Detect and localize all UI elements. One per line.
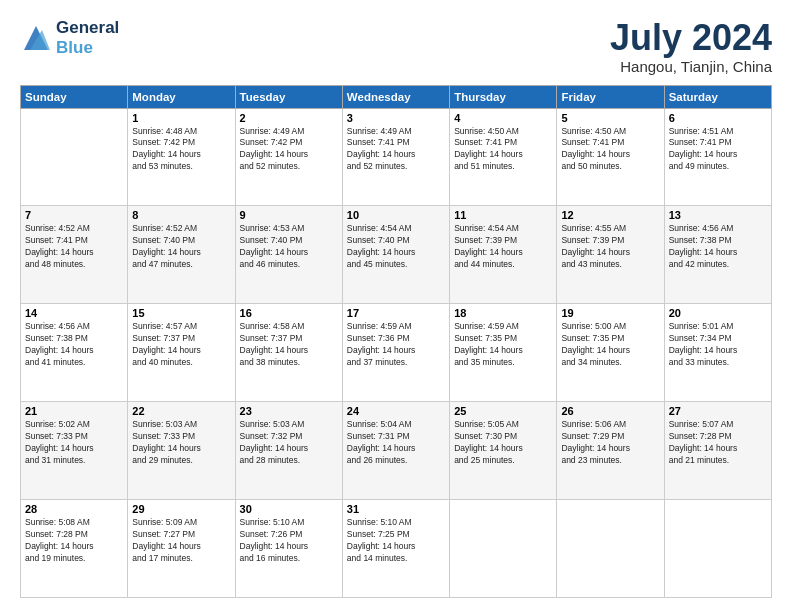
day-number: 8 [132, 209, 230, 221]
day-info: Sunrise: 4:58 AM Sunset: 7:37 PM Dayligh… [240, 321, 338, 369]
day-cell: 16Sunrise: 4:58 AM Sunset: 7:37 PM Dayli… [235, 304, 342, 402]
day-number: 14 [25, 307, 123, 319]
day-info: Sunrise: 4:51 AM Sunset: 7:41 PM Dayligh… [669, 126, 767, 174]
day-cell [21, 108, 128, 206]
day-info: Sunrise: 4:59 AM Sunset: 7:35 PM Dayligh… [454, 321, 552, 369]
day-cell: 3Sunrise: 4:49 AM Sunset: 7:41 PM Daylig… [342, 108, 449, 206]
weekday-header-row: SundayMondayTuesdayWednesdayThursdayFrid… [21, 85, 772, 108]
day-number: 3 [347, 112, 445, 124]
weekday-header-saturday: Saturday [664, 85, 771, 108]
page: General Blue July 2024 Hangou, Tianjin, … [0, 0, 792, 612]
day-info: Sunrise: 5:00 AM Sunset: 7:35 PM Dayligh… [561, 321, 659, 369]
day-number: 1 [132, 112, 230, 124]
day-number: 6 [669, 112, 767, 124]
logo-blue: Blue [56, 38, 119, 58]
day-cell: 31Sunrise: 5:10 AM Sunset: 7:25 PM Dayli… [342, 500, 449, 598]
day-info: Sunrise: 4:55 AM Sunset: 7:39 PM Dayligh… [561, 223, 659, 271]
day-info: Sunrise: 4:49 AM Sunset: 7:42 PM Dayligh… [240, 126, 338, 174]
day-info: Sunrise: 5:09 AM Sunset: 7:27 PM Dayligh… [132, 517, 230, 565]
header: General Blue July 2024 Hangou, Tianjin, … [20, 18, 772, 75]
day-cell: 5Sunrise: 4:50 AM Sunset: 7:41 PM Daylig… [557, 108, 664, 206]
day-cell: 11Sunrise: 4:54 AM Sunset: 7:39 PM Dayli… [450, 206, 557, 304]
day-cell [557, 500, 664, 598]
day-number: 27 [669, 405, 767, 417]
day-number: 22 [132, 405, 230, 417]
day-cell: 26Sunrise: 5:06 AM Sunset: 7:29 PM Dayli… [557, 402, 664, 500]
day-info: Sunrise: 5:10 AM Sunset: 7:26 PM Dayligh… [240, 517, 338, 565]
day-cell: 14Sunrise: 4:56 AM Sunset: 7:38 PM Dayli… [21, 304, 128, 402]
day-number: 18 [454, 307, 552, 319]
location: Hangou, Tianjin, China [610, 58, 772, 75]
day-cell: 7Sunrise: 4:52 AM Sunset: 7:41 PM Daylig… [21, 206, 128, 304]
day-info: Sunrise: 5:06 AM Sunset: 7:29 PM Dayligh… [561, 419, 659, 467]
day-cell: 21Sunrise: 5:02 AM Sunset: 7:33 PM Dayli… [21, 402, 128, 500]
day-number: 4 [454, 112, 552, 124]
day-number: 11 [454, 209, 552, 221]
day-info: Sunrise: 4:50 AM Sunset: 7:41 PM Dayligh… [561, 126, 659, 174]
month-title: July 2024 [610, 18, 772, 58]
day-info: Sunrise: 4:52 AM Sunset: 7:41 PM Dayligh… [25, 223, 123, 271]
day-number: 10 [347, 209, 445, 221]
weekday-header-thursday: Thursday [450, 85, 557, 108]
day-cell: 12Sunrise: 4:55 AM Sunset: 7:39 PM Dayli… [557, 206, 664, 304]
day-cell: 17Sunrise: 4:59 AM Sunset: 7:36 PM Dayli… [342, 304, 449, 402]
day-number: 15 [132, 307, 230, 319]
logo-general: General [56, 18, 119, 38]
day-info: Sunrise: 4:57 AM Sunset: 7:37 PM Dayligh… [132, 321, 230, 369]
day-info: Sunrise: 5:05 AM Sunset: 7:30 PM Dayligh… [454, 419, 552, 467]
day-info: Sunrise: 4:54 AM Sunset: 7:39 PM Dayligh… [454, 223, 552, 271]
day-number: 2 [240, 112, 338, 124]
logo-icon [20, 22, 52, 54]
day-cell: 2Sunrise: 4:49 AM Sunset: 7:42 PM Daylig… [235, 108, 342, 206]
day-number: 26 [561, 405, 659, 417]
day-cell: 29Sunrise: 5:09 AM Sunset: 7:27 PM Dayli… [128, 500, 235, 598]
day-number: 9 [240, 209, 338, 221]
day-info: Sunrise: 5:03 AM Sunset: 7:32 PM Dayligh… [240, 419, 338, 467]
weekday-header-tuesday: Tuesday [235, 85, 342, 108]
day-number: 16 [240, 307, 338, 319]
week-row-2: 7Sunrise: 4:52 AM Sunset: 7:41 PM Daylig… [21, 206, 772, 304]
day-cell [450, 500, 557, 598]
day-cell: 10Sunrise: 4:54 AM Sunset: 7:40 PM Dayli… [342, 206, 449, 304]
day-cell: 9Sunrise: 4:53 AM Sunset: 7:40 PM Daylig… [235, 206, 342, 304]
day-info: Sunrise: 4:49 AM Sunset: 7:41 PM Dayligh… [347, 126, 445, 174]
day-number: 30 [240, 503, 338, 515]
day-info: Sunrise: 4:56 AM Sunset: 7:38 PM Dayligh… [669, 223, 767, 271]
day-number: 20 [669, 307, 767, 319]
day-cell: 13Sunrise: 4:56 AM Sunset: 7:38 PM Dayli… [664, 206, 771, 304]
day-number: 19 [561, 307, 659, 319]
day-cell: 4Sunrise: 4:50 AM Sunset: 7:41 PM Daylig… [450, 108, 557, 206]
day-info: Sunrise: 4:53 AM Sunset: 7:40 PM Dayligh… [240, 223, 338, 271]
title-block: July 2024 Hangou, Tianjin, China [610, 18, 772, 75]
weekday-header-wednesday: Wednesday [342, 85, 449, 108]
day-info: Sunrise: 5:08 AM Sunset: 7:28 PM Dayligh… [25, 517, 123, 565]
day-cell: 19Sunrise: 5:00 AM Sunset: 7:35 PM Dayli… [557, 304, 664, 402]
day-number: 21 [25, 405, 123, 417]
day-number: 17 [347, 307, 445, 319]
day-number: 13 [669, 209, 767, 221]
day-number: 7 [25, 209, 123, 221]
day-info: Sunrise: 4:48 AM Sunset: 7:42 PM Dayligh… [132, 126, 230, 174]
weekday-header-sunday: Sunday [21, 85, 128, 108]
week-row-4: 21Sunrise: 5:02 AM Sunset: 7:33 PM Dayli… [21, 402, 772, 500]
day-number: 29 [132, 503, 230, 515]
day-cell: 23Sunrise: 5:03 AM Sunset: 7:32 PM Dayli… [235, 402, 342, 500]
day-cell: 6Sunrise: 4:51 AM Sunset: 7:41 PM Daylig… [664, 108, 771, 206]
day-number: 24 [347, 405, 445, 417]
day-info: Sunrise: 4:56 AM Sunset: 7:38 PM Dayligh… [25, 321, 123, 369]
day-info: Sunrise: 5:01 AM Sunset: 7:34 PM Dayligh… [669, 321, 767, 369]
day-number: 5 [561, 112, 659, 124]
day-info: Sunrise: 5:10 AM Sunset: 7:25 PM Dayligh… [347, 517, 445, 565]
day-number: 25 [454, 405, 552, 417]
day-info: Sunrise: 5:07 AM Sunset: 7:28 PM Dayligh… [669, 419, 767, 467]
day-info: Sunrise: 4:54 AM Sunset: 7:40 PM Dayligh… [347, 223, 445, 271]
day-cell: 15Sunrise: 4:57 AM Sunset: 7:37 PM Dayli… [128, 304, 235, 402]
day-info: Sunrise: 5:03 AM Sunset: 7:33 PM Dayligh… [132, 419, 230, 467]
day-info: Sunrise: 4:52 AM Sunset: 7:40 PM Dayligh… [132, 223, 230, 271]
day-cell: 27Sunrise: 5:07 AM Sunset: 7:28 PM Dayli… [664, 402, 771, 500]
day-cell [664, 500, 771, 598]
day-cell: 8Sunrise: 4:52 AM Sunset: 7:40 PM Daylig… [128, 206, 235, 304]
week-row-3: 14Sunrise: 4:56 AM Sunset: 7:38 PM Dayli… [21, 304, 772, 402]
day-number: 28 [25, 503, 123, 515]
day-cell: 22Sunrise: 5:03 AM Sunset: 7:33 PM Dayli… [128, 402, 235, 500]
